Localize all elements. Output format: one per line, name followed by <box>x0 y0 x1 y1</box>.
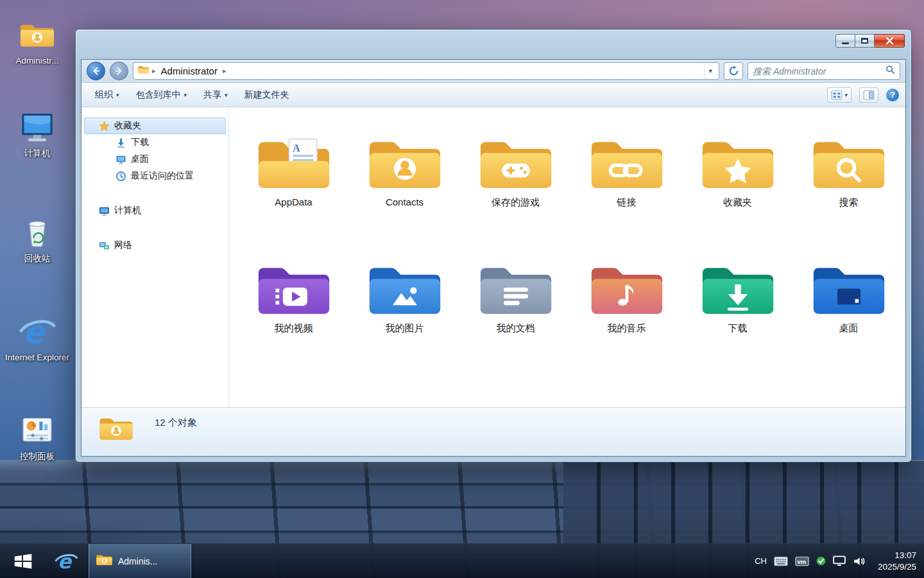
sidebar-item-star[interactable]: 收藏夹 <box>84 118 226 134</box>
sidebar-item-network[interactable]: 网络 <box>84 237 226 254</box>
back-arrow-icon <box>91 66 101 76</box>
recycle-bin-icon <box>21 213 53 252</box>
sidebar-item-computer[interactable]: 计算机 <box>84 202 226 219</box>
file-label: 我的音乐 <box>608 322 646 335</box>
help-button[interactable]: ? <box>886 89 899 101</box>
maximize-button[interactable] <box>855 34 875 48</box>
preview-pane-icon <box>863 90 875 100</box>
close-icon <box>886 37 894 45</box>
file-item[interactable]: 我的视频 <box>238 259 349 355</box>
network-tray-icon[interactable] <box>833 556 846 566</box>
folder-icon <box>810 133 888 194</box>
desktop-icon-label: Internet Explorer <box>5 353 69 363</box>
volume-icon[interactable] <box>853 556 866 566</box>
file-item[interactable]: 搜索 <box>793 133 904 229</box>
folder-icon: A <box>255 133 333 194</box>
taskbar-ie-button[interactable]: e <box>46 544 86 578</box>
svg-text:e: e <box>58 549 73 572</box>
folder-icon <box>255 259 333 320</box>
refresh-icon <box>728 66 739 76</box>
file-label: 链接 <box>617 197 637 209</box>
back-button[interactable] <box>87 62 105 80</box>
chevron-down-icon: ▾ <box>225 92 228 98</box>
desktop-icon-user-folder[interactable]: Administr... <box>4 15 71 66</box>
file-label: 我的文档 <box>497 322 535 335</box>
svg-text:vm: vm <box>797 558 806 565</box>
sidebar-item-desktop[interactable]: 桌面 <box>84 151 226 168</box>
file-item[interactable]: A AppData <box>238 133 349 229</box>
folder-icon <box>366 133 444 194</box>
toolbar-item-3[interactable]: 新建文件夹 <box>237 85 296 105</box>
file-label: 搜索 <box>839 197 859 209</box>
desktop-icon-computer[interactable]: 计算机 <box>4 108 71 159</box>
minimize-icon <box>842 42 849 44</box>
chevron-down-icon: ▾ <box>844 92 848 98</box>
change-view-button[interactable]: ▾ <box>827 87 851 103</box>
close-button[interactable] <box>875 34 905 48</box>
file-item[interactable]: 我的音乐 <box>571 259 682 355</box>
toolbar-item-1[interactable]: 包含到库中 ▾ <box>129 85 194 105</box>
folder-icon <box>477 133 555 194</box>
file-item[interactable]: 我的图片 <box>349 259 460 355</box>
control-panel-icon <box>20 411 55 450</box>
task-label: Adminis... <box>118 556 157 566</box>
folder-icon <box>699 259 777 320</box>
breadcrumb-item[interactable]: Administrator <box>158 65 220 77</box>
folder-icon <box>366 259 444 320</box>
taskbar-explorer-task[interactable]: Adminis... <box>89 544 191 578</box>
desktop-icon-label: 回收站 <box>24 254 51 264</box>
desktop-icon-list: Administr... 计算机 回收站 e Internet Explorer… <box>4 0 71 552</box>
refresh-button[interactable] <box>724 62 743 80</box>
status-ok-icon[interactable] <box>816 556 826 566</box>
folder-icon <box>810 259 888 320</box>
item-count: 12 个对象 <box>155 417 197 429</box>
desktop-icon-recycle-bin[interactable]: 回收站 <box>4 213 71 264</box>
desktop-icon <box>116 154 126 165</box>
desktop-icon-label: Administr... <box>16 56 59 66</box>
file-item[interactable]: 收藏夹 <box>682 133 793 229</box>
forward-button[interactable] <box>110 62 128 80</box>
vmware-tray-icon[interactable]: vm <box>795 556 809 566</box>
address-bar[interactable]: ▸ Administrator ▸ ▾ <box>133 62 719 80</box>
explorer-window: ▸ Administrator ▸ ▾ <box>75 29 912 462</box>
address-history-dropdown[interactable]: ▾ <box>704 63 716 79</box>
file-item[interactable]: 我的文档 <box>460 259 571 355</box>
file-label: 收藏夹 <box>723 197 752 209</box>
internet-explorer-icon: e <box>19 312 56 351</box>
keyboard-icon[interactable] <box>774 556 788 566</box>
file-item[interactable]: Contacts <box>349 133 460 229</box>
system-tray: CH vm 13:07 2025/9/25 <box>755 544 924 578</box>
desktop-icon-internet-explorer[interactable]: e Internet Explorer <box>4 312 71 363</box>
file-item[interactable]: 桌面 <box>793 259 904 355</box>
details-pane: 12 个对象 <box>81 407 905 456</box>
window-titlebar[interactable] <box>76 30 911 59</box>
preview-pane-button[interactable] <box>859 87 878 103</box>
toolbar-item-label: 组织 <box>95 89 113 101</box>
search-icon[interactable] <box>886 65 895 77</box>
file-item[interactable]: 下载 <box>682 259 793 355</box>
desktop-icon-control-panel[interactable]: 控制面板 <box>4 411 71 462</box>
sidebar-item-recent[interactable]: 最近访问的位置 <box>84 168 226 184</box>
clock-date: 2025/9/25 <box>878 561 916 573</box>
file-item[interactable]: 链接 <box>571 133 682 229</box>
sidebar-item-label: 计算机 <box>114 205 141 216</box>
minimize-button[interactable] <box>835 34 855 48</box>
start-button[interactable] <box>0 544 46 578</box>
taskbar-clock[interactable]: 13:07 2025/9/25 <box>878 550 916 572</box>
file-item[interactable]: 保存的游戏 <box>460 133 571 229</box>
clock-time: 13:07 <box>878 550 916 561</box>
folder-icon <box>588 259 666 320</box>
sidebar-item-label: 下载 <box>131 137 149 148</box>
help-icon: ? <box>890 90 895 100</box>
input-method-indicator[interactable]: CH <box>755 556 767 566</box>
toolbar-item-0[interactable]: 组织 ▾ <box>88 85 126 105</box>
search-input[interactable] <box>753 66 886 76</box>
navigation-bar: ▸ Administrator ▸ ▾ <box>81 60 905 83</box>
sidebar-item-download[interactable]: 下载 <box>84 134 226 151</box>
file-label: 下载 <box>728 322 748 335</box>
toolbar-item-label: 新建文件夹 <box>244 89 289 101</box>
file-label: Contacts <box>386 197 424 207</box>
breadcrumb-arrow-icon: ▸ <box>152 67 156 75</box>
folder-icon <box>96 553 113 569</box>
toolbar-item-2[interactable]: 共享 ▾ <box>196 85 235 105</box>
